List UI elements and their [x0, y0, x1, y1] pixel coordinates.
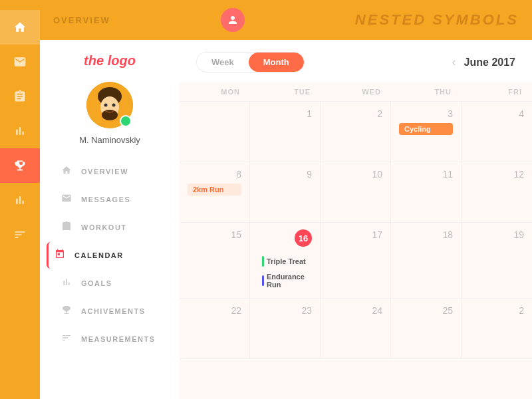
- cal-cell: 18: [391, 223, 462, 298]
- sidebar-nav: OVERVIEW MESSAGES WORKOUT CALENDAR GOALS: [40, 158, 180, 354]
- cal-cell: 15: [180, 223, 250, 298]
- calendar-week-3: 15 16 Triple Treat Endurance Run 17: [180, 223, 532, 299]
- event-cycling[interactable]: Cycling: [399, 123, 453, 135]
- event-triple-treat[interactable]: Triple Treat: [258, 254, 312, 269]
- calendar-nav: ‹ June 2017: [452, 55, 515, 69]
- calendar-header: Week Month ‹ June 2017: [180, 40, 532, 82]
- date-number: 1: [258, 108, 312, 119]
- icon-bar: [0, 0, 40, 399]
- date-number: 4: [469, 108, 524, 119]
- sidebar-item-messages[interactable]: MESSAGES: [53, 186, 166, 213]
- cal-cell: 8 2km Run: [180, 162, 250, 222]
- prev-month-button[interactable]: ‹: [452, 55, 456, 69]
- date-number: 2: [469, 305, 524, 316]
- sidebar-username: M. Naminovskiy: [79, 135, 140, 145]
- sidebar-item-label: GOALS: [81, 279, 112, 287]
- cal-cell: [180, 102, 250, 162]
- cal-cell: 25: [391, 299, 462, 358]
- svg-point-5: [112, 104, 116, 107]
- date-number: 2: [329, 108, 382, 119]
- goals-icon: [60, 277, 73, 290]
- date-number: 3: [399, 108, 453, 119]
- cal-cell: 16 Triple Treat Endurance Run: [250, 223, 321, 298]
- sidebar-logo: the logo: [84, 53, 136, 68]
- messages-icon: [60, 193, 73, 206]
- sidebar-item-label: WORKOUT: [81, 223, 127, 231]
- svg-point-4: [104, 104, 108, 107]
- icon-chart[interactable]: [0, 114, 40, 148]
- event-label: Endurance Run: [267, 273, 308, 289]
- cal-cell: 2: [462, 299, 532, 358]
- cal-cell: 2: [321, 102, 391, 162]
- overview-icon: [60, 165, 73, 178]
- cal-cell: 9: [250, 162, 321, 222]
- date-number: 23: [258, 305, 312, 316]
- day-header-thu: THU: [391, 82, 462, 101]
- cal-cell: 3 Cycling: [391, 102, 462, 162]
- workout-icon: [60, 221, 73, 234]
- cal-cell: 11: [391, 162, 462, 222]
- sidebar-item-achievements[interactable]: ACHIVEMENTS: [53, 298, 166, 325]
- cal-cell: 17: [321, 223, 391, 298]
- sidebar-item-label: MESSAGES: [81, 196, 130, 203]
- date-number: 22: [188, 305, 241, 316]
- day-header-tue: TUE: [250, 82, 321, 101]
- calendar-week-1: 1 2 3 Cycling 4: [180, 102, 532, 162]
- sidebar-item-workout[interactable]: WORKOUT: [53, 214, 166, 241]
- event-label: Triple Treat: [267, 257, 306, 265]
- tab-month[interactable]: Month: [249, 53, 304, 72]
- event-endurance-run[interactable]: Endurance Run: [258, 271, 312, 291]
- sidebar-item-goals[interactable]: GOALS: [53, 270, 166, 297]
- event-2km-run[interactable]: 2km Run: [188, 184, 241, 196]
- top-bar: OVERVIEW NESTED SYMBOLS: [0, 0, 532, 40]
- date-number: 11: [399, 169, 453, 180]
- icon-trophy[interactable]: [0, 148, 40, 183]
- icon-tune[interactable]: [0, 217, 40, 252]
- date-number: 24: [329, 305, 382, 316]
- tab-week[interactable]: Week: [197, 53, 249, 72]
- avatar-wrapper: [86, 82, 133, 128]
- event-bar-blue: [262, 275, 264, 286]
- date-number: 15: [188, 229, 241, 240]
- sidebar-item-label: ACHIVEMENTS: [81, 307, 146, 315]
- icon-bar-chart[interactable]: [0, 183, 40, 217]
- calendar-week-2: 8 2km Run 9 10 11 12: [180, 162, 532, 223]
- cal-cell: 12: [462, 162, 532, 222]
- cal-cell: 24: [321, 299, 391, 358]
- app-title: NESTED SYMBOLS: [355, 11, 519, 29]
- calendar-grid: MON TUE WED THU FRI 1 2 3 Cycling 4: [180, 82, 532, 359]
- cal-cell: 4: [462, 102, 532, 162]
- date-number-today: 16: [295, 229, 312, 247]
- calendar-icon: [53, 249, 66, 262]
- date-number: 18: [399, 229, 453, 240]
- sidebar-item-label: CALENDAR: [74, 251, 124, 259]
- main-content: Week Month ‹ June 2017 MON TUE WED THU F…: [180, 40, 532, 399]
- sidebar: the logo: [40, 40, 180, 399]
- cal-cell: 10: [321, 162, 391, 222]
- top-bar-avatar[interactable]: [221, 8, 245, 32]
- day-header-fri: FRI: [462, 82, 532, 101]
- sidebar-item-overview[interactable]: OVERVIEW: [53, 158, 166, 185]
- date-number: 25: [399, 305, 453, 316]
- day-headers: MON TUE WED THU FRI: [180, 82, 532, 102]
- sidebar-item-measurements[interactable]: MEASUREMENTS: [53, 326, 166, 352]
- date-number: 17: [329, 229, 382, 240]
- date-number: 10: [329, 169, 382, 180]
- current-month-label: June 2017: [464, 57, 515, 68]
- avatar-status-badge: [120, 115, 132, 127]
- icon-home[interactable]: [0, 10, 40, 45]
- sidebar-item-label: MEASUREMENTS: [81, 335, 156, 343]
- event-bar-green: [262, 256, 264, 267]
- cal-cell: 23: [250, 299, 321, 358]
- day-header-mon: MON: [180, 82, 250, 101]
- measurements-icon: [60, 332, 73, 346]
- calendar-week-4: 22 23 24 25 2: [180, 299, 532, 359]
- date-number: 19: [469, 229, 524, 240]
- cal-cell: 1: [250, 102, 321, 162]
- sidebar-item-calendar[interactable]: CALENDAR: [47, 242, 166, 269]
- cal-cell: 22: [180, 299, 250, 358]
- date-number: 9: [258, 169, 312, 180]
- svg-point-3: [102, 110, 118, 120]
- icon-clipboard[interactable]: [0, 79, 40, 114]
- icon-mail[interactable]: [0, 45, 40, 79]
